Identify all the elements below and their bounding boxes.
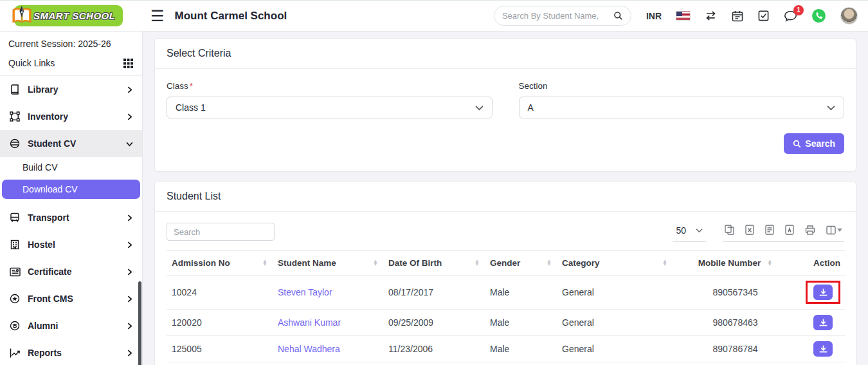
page-title: Mount Carmel School (175, 10, 287, 23)
search-icon[interactable] (613, 11, 623, 21)
sidebar-item-label: Front CMS (28, 294, 73, 304)
header-actions: INR 1 (494, 6, 868, 26)
cms-icon (9, 294, 21, 304)
sidebar-item-transport[interactable]: Transport (0, 204, 142, 231)
swap-icon[interactable] (705, 11, 717, 21)
user-avatar[interactable] (840, 7, 858, 24)
sidebar-item-hostel[interactable]: Hostel (0, 231, 142, 258)
current-session-label: Current Session: 2025-26 (0, 32, 142, 52)
currency-label[interactable]: INR (646, 11, 662, 21)
section-field-group: Section A (519, 81, 845, 118)
student-table: Admission No▲▼ Student Name▲▼ Date Of Bi… (167, 250, 845, 365)
col-action: Action (798, 251, 845, 276)
sidebar-item-library[interactable]: Library (0, 76, 142, 103)
task-check-icon[interactable] (758, 10, 769, 21)
gender-cell: Male (485, 276, 557, 310)
admission-no-cell: 10024 (167, 276, 273, 310)
chevron-down-icon (126, 140, 133, 147)
sidebar-item-build-cv[interactable]: Build CV (0, 157, 142, 178)
sidebar-item-quick-links[interactable]: Quick Links (0, 52, 142, 76)
sidebar-item-label: Reports (28, 348, 62, 358)
page-length-value: 50 (676, 225, 686, 236)
student-name-link[interactable]: Steven Taylor (278, 287, 332, 297)
sidebar-item-label: Hostel (28, 239, 55, 250)
file-icon[interactable] (765, 225, 774, 235)
reports-icon (9, 348, 21, 358)
whatsapp-icon[interactable] (812, 9, 826, 23)
sidebar-scrollbar[interactable] (138, 281, 141, 365)
pdf-icon[interactable] (785, 225, 794, 235)
highlight-box (806, 281, 840, 304)
dob-cell: 09/25/2009 (383, 310, 485, 336)
chevron-right-icon (126, 295, 133, 303)
category-cell: General (557, 276, 673, 310)
sidebar-item-student-cv[interactable]: Student CV (0, 130, 142, 157)
excel-icon[interactable] (745, 225, 754, 235)
chevron-right-icon (126, 241, 133, 248)
chevron-right-icon (126, 323, 133, 330)
col-category[interactable]: Category▲▼ (557, 251, 673, 276)
sidebar-item-alumni[interactable]: Alumni (0, 312, 142, 339)
class-select[interactable]: Class 1 (167, 97, 493, 118)
col-student-name[interactable]: Student Name▲▼ (273, 251, 383, 276)
chat-badge: 1 (793, 5, 804, 15)
admission-no-cell: 120020 (167, 310, 273, 336)
chevron-right-icon (126, 214, 133, 221)
print-icon[interactable] (805, 225, 815, 235)
table-row: 120020 Ashwani Kumar 09/25/2009 Male Gen… (167, 310, 845, 336)
section-select[interactable]: A (519, 97, 845, 118)
table-search-input[interactable] (167, 223, 275, 241)
chevron-right-icon (126, 350, 133, 357)
sidebar-item-download-cv[interactable]: Download CV (2, 180, 140, 199)
chevron-right-icon (126, 113, 133, 120)
col-mobile-number[interactable]: Mobile Number▲▼ (673, 251, 798, 276)
class-label: Class* (167, 81, 493, 91)
student-name-link[interactable]: Nehal Wadhera (278, 344, 340, 354)
sidebar-item-inventory[interactable]: Inventory (0, 103, 142, 130)
calendar-icon[interactable] (732, 10, 743, 22)
category-cell: General (557, 310, 673, 336)
col-admission-no[interactable]: Admission No▲▼ (167, 251, 273, 276)
mobile-cell: 980678463 (673, 310, 798, 336)
download-cv-button[interactable] (813, 341, 833, 357)
col-gender[interactable]: Gender▲▼ (485, 251, 557, 276)
panel-title: Student List (155, 182, 856, 212)
class-field-group: Class* Class 1 (167, 81, 493, 118)
menu-icon[interactable]: ☰ (150, 8, 165, 24)
student-name-link[interactable]: Ashwani Kumar (278, 317, 341, 328)
col-date-of-birth[interactable]: Date Of Birth▲▼ (383, 251, 485, 276)
sidebar-item-label: Alumni (28, 321, 58, 331)
book-icon (9, 84, 21, 95)
sidebar-item-reports[interactable]: Reports (0, 339, 142, 365)
sidebar-item-front-cms[interactable]: Front CMS (0, 285, 142, 312)
table-row: 125005 Nehal Wadhera 11/23/2006 Male Gen… (167, 336, 845, 362)
sidebar-item-certificate[interactable]: Certificate (0, 258, 142, 285)
dob-cell: 08/17/2017 (383, 276, 485, 310)
chat-icon[interactable]: 1 (784, 10, 797, 22)
student-list-panel: Student List 50 (154, 181, 856, 365)
download-cv-button[interactable] (813, 315, 833, 330)
section-label: Section (519, 81, 845, 91)
sidebar-item-label: Student CV (28, 138, 76, 149)
global-search-input[interactable] (502, 11, 610, 21)
sort-icon: ▲▼ (767, 260, 772, 266)
global-search[interactable] (494, 6, 631, 26)
search-button-label: Search (805, 138, 835, 149)
brand-logo[interactable]: SMART SCHOOL (0, 5, 143, 26)
caret-down-icon (837, 229, 842, 232)
copy-icon[interactable] (725, 225, 734, 235)
category-cell: General (557, 336, 673, 362)
search-button[interactable]: Search (784, 133, 844, 154)
search-icon (793, 140, 801, 148)
quick-links-label: Quick Links (8, 58, 55, 68)
columns-icon[interactable] (826, 225, 842, 235)
us-flag-icon[interactable] (676, 12, 690, 20)
gender-cell: Male (485, 310, 557, 336)
chevron-down-icon (475, 105, 484, 111)
grid-icon[interactable] (122, 59, 134, 68)
sidebar-item-label: Inventory (28, 111, 68, 122)
page-length-select[interactable]: 50 (673, 223, 706, 242)
download-cv-button[interactable] (813, 285, 833, 300)
sidebar-item-label: Transport (28, 212, 69, 223)
class-select-value: Class 1 (176, 102, 206, 113)
